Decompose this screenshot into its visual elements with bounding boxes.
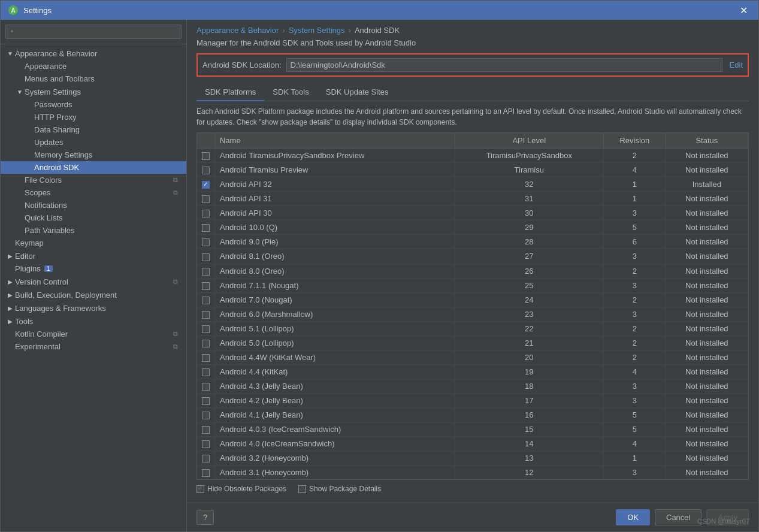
checkbox-6[interactable] [202,238,210,246]
row-checkbox-8[interactable] [197,264,215,278]
table-row[interactable]: Android 4.0.3 (IceCreamSandwich)155Not i… [197,422,748,437]
sdk-location-input[interactable] [286,58,722,72]
table-row[interactable]: Android 4.1 (Jelly Bean)165Not installed [197,408,748,422]
table-row[interactable]: Android API 32321Installed [197,177,748,192]
row-checkbox-4[interactable] [197,206,215,220]
row-checkbox-18[interactable] [197,408,215,422]
row-checkbox-0[interactable] [197,149,215,163]
breadcrumb-part-0[interactable]: Appearance & Behavior [196,26,279,35]
row-checkbox-21[interactable] [197,451,215,466]
sidebar-item-data-sharing[interactable]: Data Sharing [1,123,186,136]
sidebar-item-kotlin-compiler[interactable]: Kotlin Compiler⧉ [1,328,186,340]
help-button[interactable]: ? [196,510,214,525]
table-row[interactable]: Android API 31311Not installed [197,192,748,206]
checkbox-22[interactable] [202,469,210,477]
row-checkbox-3[interactable] [197,192,215,206]
table-row[interactable]: Android 10.0 (Q)295Not installed [197,220,748,235]
table-row[interactable]: Android 7.0 (Nougat)242Not installed [197,292,748,307]
ok-button[interactable]: OK [616,509,650,525]
checkbox-16[interactable] [202,383,210,391]
close-button[interactable]: ✕ [736,4,751,17]
checkbox-20[interactable] [202,440,210,448]
checkbox-15[interactable] [202,368,210,376]
row-checkbox-12[interactable] [197,321,215,335]
checkbox-13[interactable] [202,340,210,347]
sidebar-item-android-sdk[interactable]: Android SDK [1,161,186,174]
checkbox-14[interactable] [202,354,210,362]
table-row[interactable]: Android Tiramisu PreviewTiramisu4Not ins… [197,163,748,177]
table-row[interactable]: Android 4.4 (KitKat)194Not installed [197,364,748,379]
table-row[interactable]: Android 3.2 (Honeycomb)131Not installed [197,451,748,466]
row-checkbox-5[interactable] [197,220,215,235]
sidebar-item-build-execution[interactable]: ▶Build, Execution, Deployment [1,288,186,301]
row-checkbox-11[interactable] [197,307,215,321]
table-row[interactable]: Android 4.2 (Jelly Bean)173Not installed [197,394,748,408]
table-row[interactable]: Android API 30303Not installed [197,206,748,220]
checkbox-17[interactable] [202,397,210,405]
checkbox-10[interactable] [202,297,210,304]
sidebar-item-plugins[interactable]: Plugins1 [1,262,186,275]
table-row[interactable]: Android 4.0 (IceCreamSandwich)144Not ins… [197,437,748,451]
sidebar-item-quick-lists[interactable]: Quick Lists [1,211,186,224]
sidebar-item-menus-toolbars[interactable]: Menus and Toolbars [1,72,186,85]
row-checkbox-19[interactable] [197,422,215,437]
checkbox-18[interactable] [202,412,210,419]
row-checkbox-15[interactable] [197,364,215,379]
checkbox-19[interactable] [202,426,210,434]
sidebar-item-file-colors[interactable]: File Colors⧉ [1,174,186,186]
table-row[interactable]: Android 6.0 (Marshmallow)233Not installe… [197,307,748,321]
row-checkbox-6[interactable] [197,235,215,249]
checkbox-7[interactable] [202,253,210,261]
sidebar-item-editor[interactable]: ▶Editor [1,249,186,262]
table-row[interactable]: Android 9.0 (Pie)286Not installed [197,235,748,249]
sidebar-item-passwords[interactable]: Passwords [1,98,186,111]
row-checkbox-22[interactable] [197,466,215,480]
row-checkbox-1[interactable] [197,163,215,177]
hide-obsolete-label[interactable]: Hide Obsolete Packages [196,485,286,493]
row-checkbox-14[interactable] [197,350,215,364]
sidebar-item-appearance[interactable]: Appearance [1,60,186,72]
sdk-table-wrapper[interactable]: Name API Level Revision Status Android T… [196,132,749,480]
show-details-checkbox[interactable] [298,485,306,493]
sidebar-item-notifications[interactable]: Notifications [1,199,186,211]
sidebar-item-path-variables[interactable]: Path Variables [1,224,186,237]
row-checkbox-7[interactable] [197,249,215,264]
row-checkbox-9[interactable] [197,278,215,292]
row-checkbox-17[interactable] [197,394,215,408]
checkbox-8[interactable] [202,268,210,276]
sidebar-item-tools[interactable]: ▶Tools [1,315,186,328]
checkbox-21[interactable] [202,455,210,463]
table-row[interactable]: Android 8.0 (Oreo)262Not installed [197,264,748,278]
table-row[interactable]: Android 4.3 (Jelly Bean)183Not installed [197,379,748,394]
sidebar-item-memory-settings[interactable]: Memory Settings [1,149,186,161]
sidebar-item-system-settings[interactable]: ▼System Settings [1,85,186,98]
breadcrumb-part-1[interactable]: System Settings [289,26,345,35]
cancel-button[interactable]: Cancel [655,509,701,525]
tab-sdk-platforms[interactable]: SDK Platforms [196,84,264,101]
sidebar-item-scopes[interactable]: Scopes⧉ [1,186,186,199]
tab-sdk-tools[interactable]: SDK Tools [264,84,317,101]
checkbox-2[interactable] [202,181,210,189]
row-checkbox-2[interactable] [197,177,215,192]
checkbox-3[interactable] [202,195,210,203]
checkbox-11[interactable] [202,311,210,319]
tab-sdk-update-sites[interactable]: SDK Update Sites [317,84,397,101]
sdk-edit-link[interactable]: Edit [730,61,743,69]
row-checkbox-10[interactable] [197,292,215,307]
sidebar-item-appearance-behavior[interactable]: ▼Appearance & Behavior [1,47,186,60]
row-checkbox-13[interactable] [197,335,215,350]
sidebar-item-http-proxy[interactable]: HTTP Proxy [1,111,186,123]
table-row[interactable]: Android 3.1 (Honeycomb)123Not installed [197,466,748,480]
hide-obsolete-checkbox[interactable] [196,485,204,493]
sidebar-item-updates[interactable]: Updates [1,136,186,149]
table-row[interactable]: Android 7.1.1 (Nougat)253Not installed [197,278,748,292]
checkbox-9[interactable] [202,282,210,290]
checkbox-1[interactable] [202,167,210,174]
table-row[interactable]: Android 4.4W (KitKat Wear)202Not install… [197,350,748,364]
row-checkbox-20[interactable] [197,437,215,451]
checkbox-5[interactable] [202,224,210,232]
table-row[interactable]: Android TiramisuPrivacySandbox PreviewTi… [197,149,748,163]
row-checkbox-16[interactable] [197,379,215,394]
sidebar-item-languages-frameworks[interactable]: ▶Languages & Frameworks [1,301,186,315]
checkbox-12[interactable] [202,325,210,333]
